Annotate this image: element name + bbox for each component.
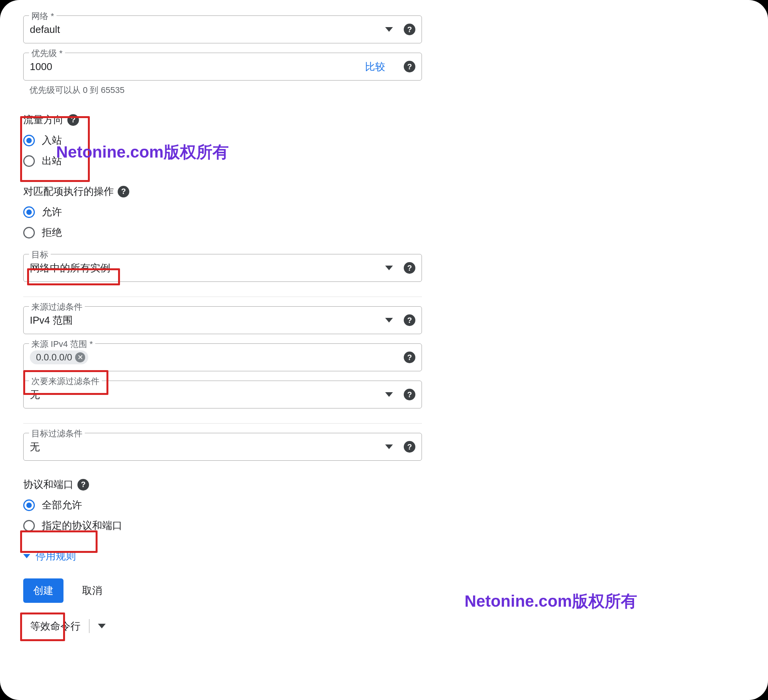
direction-egress-radio[interactable]: 出站 (23, 154, 422, 168)
help-icon[interactable]: ? (404, 24, 415, 35)
radio-label: 入站 (42, 134, 62, 147)
direction-ingress-radio[interactable]: 入站 (23, 134, 422, 147)
secondary-source-filter-value: 无 (30, 388, 381, 401)
chevron-down-icon (385, 27, 393, 32)
chevron-down-icon (23, 554, 30, 558)
action-title: 对匹配项执行的操作 ? (23, 185, 422, 198)
radio-label: 全部允许 (42, 498, 82, 512)
secondary-source-filter-label: 次要来源过滤条件 (29, 376, 102, 387)
protocols-specified-radio[interactable]: 指定的协议和端口 (23, 519, 422, 532)
dest-filter-select[interactable]: 目标过滤条件 无 ? (23, 433, 422, 461)
priority-label: 优先级 * (29, 48, 65, 59)
direction-title-text: 流量方向 (23, 113, 63, 127)
help-icon[interactable]: ? (404, 389, 415, 400)
network-value: default (30, 24, 381, 36)
chip-text: 0.0.0.0/0 (36, 352, 72, 363)
separator (89, 619, 89, 633)
create-button[interactable]: 创建 (23, 578, 63, 603)
chevron-down-icon (385, 392, 393, 397)
source-range-label: 来源 IPv4 范围 * (29, 338, 95, 350)
help-icon[interactable]: ? (118, 186, 129, 197)
help-icon[interactable]: ? (77, 479, 89, 491)
target-select[interactable]: 目标 网络中的所有实例 ? (23, 254, 422, 282)
ip-range-chip[interactable]: 0.0.0.0/0 ✕ (30, 350, 88, 364)
network-label: 网络 * (29, 10, 57, 22)
chevron-down-icon (385, 318, 393, 323)
secondary-source-filter-select[interactable]: 次要来源过滤条件 无 ? (23, 381, 422, 408)
disable-rule-label: 停用规则 (36, 549, 76, 563)
priority-input[interactable]: 优先级 * 1000 比较 ? (23, 53, 422, 81)
target-label: 目标 (29, 249, 51, 261)
help-icon[interactable]: ? (67, 114, 79, 126)
network-select[interactable]: 网络 * default ? (23, 15, 422, 43)
help-icon[interactable]: ? (404, 352, 415, 363)
radio-icon (23, 206, 35, 218)
priority-hint: 优先级可以从 0 到 65535 (29, 84, 422, 96)
radio-icon (23, 499, 35, 511)
source-filter-label: 来源过滤条件 (29, 301, 85, 313)
close-icon[interactable]: ✕ (75, 352, 85, 362)
action-allow-radio[interactable]: 允许 (23, 205, 422, 219)
target-value: 网络中的所有实例 (30, 261, 381, 275)
firewall-rule-form: 网络 * default ? 优先级 * 1000 比较 ? 优先级可以从 0 … (0, 0, 768, 700)
radio-icon (23, 135, 35, 146)
dest-filter-label: 目标过滤条件 (29, 428, 85, 439)
protocols-title: 协议和端口 ? (23, 478, 422, 491)
source-range-chip-wrap: 0.0.0.0/0 ✕ (30, 350, 393, 364)
equivalent-cmd-label: 等效命令行 (30, 619, 81, 633)
chevron-down-icon (385, 444, 393, 449)
action-deny-radio[interactable]: 拒绝 (23, 226, 422, 239)
radio-label: 允许 (42, 205, 62, 219)
source-filter-value: IPv4 范围 (30, 314, 381, 327)
source-filter-select[interactable]: 来源过滤条件 IPv4 范围 ? (23, 306, 422, 334)
radio-icon (23, 155, 35, 167)
help-icon[interactable]: ? (404, 262, 415, 274)
disable-rule-toggle[interactable]: 停用规则 (23, 549, 422, 563)
priority-value: 1000 (30, 61, 365, 73)
help-icon[interactable]: ? (404, 61, 415, 72)
chevron-down-icon (385, 266, 393, 270)
help-icon[interactable]: ? (404, 441, 415, 453)
dest-filter-value: 无 (30, 440, 381, 454)
cancel-button[interactable]: 取消 (79, 578, 105, 603)
radio-label: 指定的协议和端口 (42, 519, 122, 532)
watermark: Netonine.com版权所有 (465, 590, 637, 612)
direction-title: 流量方向 ? (23, 113, 422, 127)
chevron-down-icon (98, 624, 106, 628)
action-title-text: 对匹配项执行的操作 (23, 185, 114, 198)
protocols-title-text: 协议和端口 (23, 478, 74, 491)
equivalent-cmd-row[interactable]: 等效命令行 (23, 619, 422, 633)
source-range-input[interactable]: 来源 IPv4 范围 * 0.0.0.0/0 ✕ ? (23, 343, 422, 371)
compare-link[interactable]: 比较 (365, 60, 385, 74)
protocols-all-radio[interactable]: 全部允许 (23, 498, 422, 512)
radio-label: 出站 (42, 154, 62, 168)
radio-icon (23, 520, 35, 532)
radio-label: 拒绝 (42, 226, 62, 239)
help-icon[interactable]: ? (404, 314, 415, 326)
radio-icon (23, 227, 35, 238)
